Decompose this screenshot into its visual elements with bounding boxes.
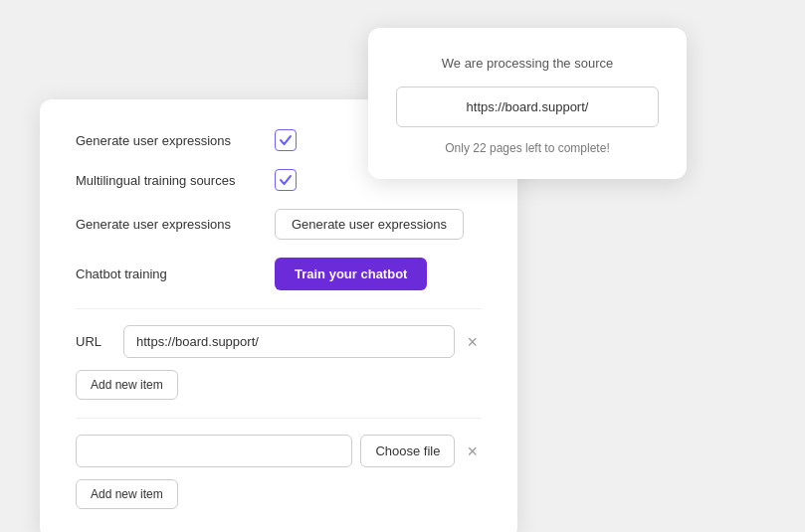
url-input-row: URL ×	[76, 325, 482, 358]
file-add-new-item-button[interactable]: Add new item	[76, 479, 178, 509]
url-label: URL	[76, 334, 115, 349]
label-chatbot-training: Chatbot training	[76, 266, 275, 281]
train-chatbot-button[interactable]: Train your chatbot	[275, 258, 427, 290]
row-generate-user-expressions-btn: Generate user expressions Generate user …	[76, 209, 482, 240]
popup-status: Only 22 pages left to complete!	[396, 141, 659, 155]
url-section: URL × Add new item	[76, 325, 482, 400]
divider-2	[76, 418, 482, 419]
url-close-button[interactable]: ×	[463, 331, 482, 353]
file-section: Choose file × Add new item	[76, 435, 482, 509]
popup-title: We are processing the source	[396, 56, 659, 71]
popup-card: We are processing the source https://boa…	[368, 28, 687, 179]
url-add-new-item-button[interactable]: Add new item	[76, 370, 178, 400]
file-close-button[interactable]: ×	[463, 441, 482, 462]
row-chatbot-training: Chatbot training Train your chatbot	[76, 258, 482, 290]
check-icon	[279, 133, 293, 147]
url-input[interactable]	[123, 325, 455, 358]
check-icon-2	[279, 173, 293, 187]
checkbox-multilingual-training[interactable]	[275, 169, 297, 191]
label-multilingual-training: Multilingual training sources	[76, 173, 275, 188]
label-generate-btn: Generate user expressions	[76, 217, 275, 232]
checkbox-generate-user-expressions[interactable]	[275, 129, 297, 151]
choose-file-button[interactable]: Choose file	[360, 435, 455, 467]
popup-url-box: https://board.support/	[396, 87, 659, 127]
label-generate-user-expressions: Generate user expressions	[76, 133, 275, 148]
file-input-row: Choose file ×	[76, 435, 482, 467]
divider-1	[76, 308, 482, 309]
file-text-input[interactable]	[76, 435, 352, 467]
generate-user-expressions-button[interactable]: Generate user expressions	[275, 209, 464, 240]
